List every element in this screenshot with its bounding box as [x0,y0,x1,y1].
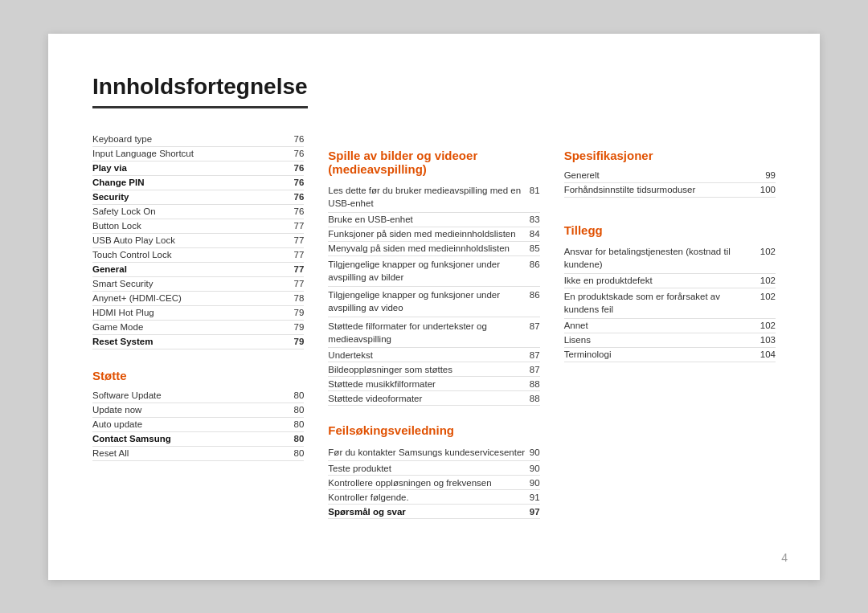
toc-item: Ansvar for betalingstjenesten (kostnad t… [564,243,776,274]
toc-item-label: Contact Samsung [92,434,294,443]
toc-item: HDMI Hot Plug79 [92,306,304,321]
toc-item: Auto update80 [92,418,304,432]
toc-item-label: Annet [564,321,760,330]
toc-item-label: Keyboard type [92,134,294,144]
column-3: Spesifikasjoner Generelt99Forhåndsinnsti… [564,133,776,523]
toc-item: Reset All80 [92,447,304,461]
toc-item: En produktskade som er forårsaket av kun… [564,288,776,319]
toc-item: Security76 [92,190,304,205]
toc-item-page: 102 [760,292,776,301]
toc-group-trouble: Før du kontakter Samsungs kundeservicese… [328,443,539,519]
toc-item-page: 76 [294,134,305,144]
toc-item-page: 80 [294,419,305,429]
appendix-section-heading: Tillegg [564,223,776,237]
toc-item-page: 90 [530,478,540,488]
toc-item: Safety Lock On76 [92,205,304,219]
toc-item-page: 102 [760,247,776,256]
support-section-heading: Støtte [92,369,304,382]
toc-item-page: 88 [530,379,540,389]
spec-section-heading: Spesifikasjoner [564,149,776,162]
toc-item-label: Bruke en USB-enhet [328,215,530,224]
toc-item-page: 99 [765,170,776,180]
toc-item-page: 80 [294,434,305,443]
toc-item: Generelt99 [564,169,776,183]
trouble-section-heading: Feilsøkingsveiledning [328,423,539,437]
toc-item-page: 87 [530,321,540,331]
toc-item-label: Funksjoner på siden med medieinnholdslis… [328,229,530,239]
toc-item: Smart Security77 [92,277,304,292]
media-section-heading: Spille av bilder og videoer (medieavspil… [328,149,539,176]
toc-item-page: 80 [294,448,305,458]
toc-item-page: 80 [294,390,305,400]
toc-item: Anynet+ (HDMI-CEC)78 [92,292,304,306]
toc-item-label: Safety Lock On [92,206,294,216]
toc-item: USB Auto Play Lock77 [92,234,304,248]
toc-item-page: 76 [294,192,305,202]
toc-item-label: Kontroller følgende. [328,492,530,502]
toc-item-label: Støttede videoformater [328,394,530,403]
toc-item-label: Anynet+ (HDMI-CEC) [92,293,294,303]
toc-item-label: Lisens [564,335,760,345]
toc-item-page: 77 [294,279,305,288]
toc-item-label: Menyvalg på siden med medieinnholdsliste… [328,243,530,253]
toc-item: Før du kontakter Samsungs kundeservicese… [328,443,539,461]
toc-item: Contact Samsung80 [92,432,304,447]
toc-item: Tilgjengelige knapper og funksjoner unde… [328,256,539,287]
toc-item: Change PIN76 [92,176,304,190]
toc-item-page: 77 [294,221,305,231]
toc-item-page: 91 [530,492,540,502]
toc-item-label: Før du kontakter Samsungs kundeservicese… [328,446,530,459]
toc-item-page: 79 [294,308,305,317]
toc-item: Kontrollere oppløsningen og frekvensen90 [328,476,539,490]
toc-item: Lisens103 [564,333,776,348]
toc-group-spec: Generelt99Forhåndsinnstilte tidsurmoduse… [564,169,776,198]
toc-item-page: 77 [294,264,305,274]
toc-item: Touch Control Lock77 [92,248,304,263]
toc-item-page: 76 [294,163,305,173]
toc-item-label: Smart Security [92,279,294,288]
toc-item: Støttede filformater for undertekster og… [328,317,539,348]
toc-item: Play via76 [92,161,304,176]
toc-item-label: Generelt [564,170,766,180]
toc-item-page: 80 [294,405,305,415]
toc-item-page: 85 [530,243,540,253]
toc-item-label: Støttede filformater for undertekster og… [328,320,530,345]
toc-item-page: 83 [530,215,540,224]
toc-item-label: Bildeoppløsninger som støttes [328,365,530,374]
toc-item: Input Language Shortcut76 [92,147,304,161]
toc-item-label: Les dette før du bruker medieavspilling … [328,184,530,210]
toc-item-label: Reset All [92,448,294,458]
toc-item-label: En produktskade som er forårsaket av kun… [564,290,760,316]
toc-item-label: Input Language Shortcut [92,149,294,158]
toc-item-label: Teste produktet [328,464,530,473]
toc-item-label: Security [92,192,294,202]
content-area: Keyboard type76Input Language Shortcut76… [92,133,776,523]
toc-item-page: 81 [530,186,540,195]
toc-item-page: 79 [294,322,305,332]
toc-item-page: 90 [530,464,540,473]
page-title: Innholdsfortegnelse [92,74,308,108]
toc-item: Les dette før du bruker medieavspilling … [328,182,539,213]
toc-item-label: Auto update [92,419,294,429]
toc-item-label: Ansvar for betalingstjenesten (kostnad t… [564,245,760,271]
toc-item: Kontroller følgende.91 [328,490,539,505]
toc-item-label: Forhåndsinnstilte tidsurmoduser [564,185,760,194]
toc-item: Menyvalg på siden med medieinnholdsliste… [328,242,539,256]
toc-item-label: HDMI Hot Plug [92,308,294,317]
toc-item-page: 84 [530,229,540,239]
toc-item-page: 78 [294,293,305,303]
toc-item-label: Kontrollere oppløsningen og frekvensen [328,478,530,488]
toc-item-label: Button Lock [92,221,294,231]
toc-item-page: 76 [294,206,305,216]
toc-item: Teste produktet90 [328,461,539,476]
toc-item-label: General [92,264,294,274]
toc-group-main: Keyboard type76Input Language Shortcut76… [92,133,304,349]
toc-item-page: 77 [294,250,305,260]
toc-item-label: Play via [92,163,294,173]
toc-item-page: 104 [760,349,776,359]
toc-group-appendix: Ansvar for betalingstjenesten (kostnad t… [564,243,776,362]
toc-item-label: Software Update [92,390,294,400]
toc-item-page: 86 [530,260,540,269]
toc-item: Update now80 [92,403,304,418]
toc-item: Forhåndsinnstilte tidsurmoduser100 [564,183,776,198]
